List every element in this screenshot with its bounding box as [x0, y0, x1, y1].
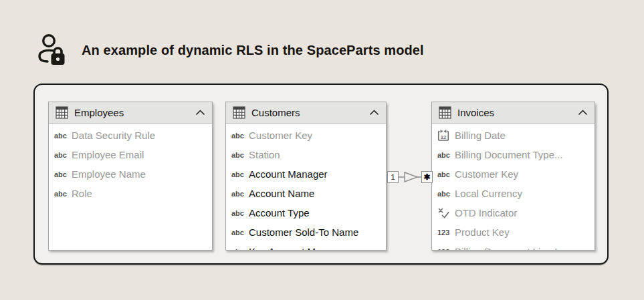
- field-key-account-manager[interactable]: abcKey Account Manager: [226, 242, 386, 251]
- abc-icon: abc: [231, 190, 249, 198]
- field-label: Employee Email: [72, 149, 144, 160]
- chevron-up-icon[interactable]: [578, 110, 588, 116]
- field-station[interactable]: abcStation: [226, 145, 386, 164]
- field-label: Data Security Rule: [72, 130, 155, 141]
- field-billing-date[interactable]: 12Billing Date: [432, 126, 595, 145]
- x-check-icon: [437, 207, 455, 219]
- field-account-name[interactable]: abcAccount Name: [226, 184, 386, 203]
- field-label: Account Name: [249, 188, 314, 199]
- abc-icon: abc: [54, 132, 72, 140]
- table-name: Invoices: [457, 107, 494, 118]
- table-card-customers[interactable]: Customers abcCustomer KeyabcStationabcAc…: [225, 102, 387, 251]
- relationship-connector[interactable]: 1 ✱: [387, 171, 433, 183]
- field-customer-sold-to-name[interactable]: abcCustomer Sold-To Name: [226, 222, 386, 242]
- calendar-icon: 12: [437, 129, 455, 142]
- field-data-security-rule[interactable]: abcData Security Rule: [49, 126, 212, 145]
- field-label: Employee Name: [72, 168, 146, 180]
- field-label: Key Account Manager: [249, 246, 347, 251]
- abc-icon: abc: [231, 170, 249, 178]
- abc-icon: abc: [231, 151, 249, 159]
- field-label: Customer Key: [455, 168, 518, 180]
- field-label: Customer Sold-To Name: [249, 227, 358, 238]
- field-list-customers: abcCustomer KeyabcStationabcAccount Mana…: [226, 124, 386, 251]
- abc-icon: abc: [437, 190, 455, 198]
- field-label: Product Key: [455, 227, 510, 238]
- table-name: Customers: [251, 107, 300, 118]
- model-canvas: Employees abcData Security RuleabcEmploy…: [33, 84, 609, 265]
- field-label: Billing Document Line I: [455, 246, 557, 251]
- abc-icon: abc: [231, 248, 249, 251]
- abc-icon: abc: [437, 170, 455, 178]
- field-label: Billing Date: [455, 130, 506, 141]
- field-account-type[interactable]: abcAccount Type: [226, 203, 386, 222]
- table-header-employees[interactable]: Employees: [49, 102, 212, 124]
- abc-icon: abc: [54, 151, 72, 159]
- page-title: An example of dynamic RLS in the SpacePa…: [82, 43, 424, 58]
- chevron-up-icon[interactable]: [195, 110, 205, 116]
- field-list-employees: abcData Security RuleabcEmployee Emailab…: [49, 124, 212, 203]
- table-grid-icon: [233, 106, 245, 119]
- field-label: Customer Key: [249, 130, 312, 141]
- chevron-up-icon[interactable]: [369, 110, 379, 116]
- field-employee-email[interactable]: abcEmployee Email: [49, 145, 212, 164]
- filter-direction-arrow-icon: [405, 172, 417, 182]
- page-header: An example of dynamic RLS in the SpacePa…: [36, 33, 424, 67]
- one-cardinality-label: 1: [387, 171, 399, 183]
- user-lock-icon: [36, 33, 66, 67]
- field-local-currency[interactable]: abcLocal Currency: [432, 184, 595, 203]
- field-label: Billing Document Type...: [455, 149, 562, 160]
- field-label: Account Type: [249, 207, 310, 218]
- field-billing-document-type[interactable]: abcBilling Document Type...: [432, 145, 595, 164]
- field-account-manager[interactable]: abcAccount Manager: [226, 164, 386, 184]
- field-label: OTD Indicator: [455, 207, 517, 218]
- table-header-customers[interactable]: Customers: [226, 102, 386, 124]
- many-cardinality-label: ✱: [421, 171, 433, 183]
- field-role[interactable]: abcRole: [49, 184, 212, 203]
- abc-icon: abc: [54, 170, 72, 178]
- field-employee-name[interactable]: abcEmployee Name: [49, 164, 212, 184]
- table-name: Employees: [74, 107, 124, 118]
- abc-icon: abc: [231, 132, 249, 140]
- field-customer-key[interactable]: abcCustomer Key: [226, 126, 386, 145]
- table-card-employees[interactable]: Employees abcData Security RuleabcEmploy…: [48, 102, 213, 251]
- 123-icon: 123: [437, 248, 455, 251]
- field-list-invoices: 12Billing DateabcBilling Document Type..…: [432, 124, 595, 251]
- table-grid-icon: [56, 106, 68, 119]
- 123-icon: 123: [437, 229, 455, 237]
- field-customer-key[interactable]: abcCustomer Key: [432, 164, 595, 184]
- abc-icon: abc: [437, 151, 455, 159]
- abc-icon: abc: [231, 209, 249, 217]
- table-card-invoices[interactable]: Invoices 12Billing DateabcBilling Docume…: [431, 102, 595, 251]
- field-label: Local Currency: [455, 188, 522, 199]
- table-header-invoices[interactable]: Invoices: [432, 102, 595, 124]
- abc-icon: abc: [231, 229, 249, 237]
- abc-icon: abc: [54, 190, 72, 198]
- field-label: Account Manager: [249, 168, 328, 180]
- field-label: Station: [249, 149, 280, 160]
- field-billing-document-line-i[interactable]: 123Billing Document Line I: [432, 242, 595, 251]
- svg-text:12: 12: [441, 134, 446, 140]
- field-product-key[interactable]: 123Product Key: [432, 222, 595, 242]
- field-label: Role: [72, 188, 92, 199]
- table-grid-icon: [439, 106, 451, 119]
- field-otd-indicator[interactable]: OTD Indicator: [432, 203, 595, 222]
